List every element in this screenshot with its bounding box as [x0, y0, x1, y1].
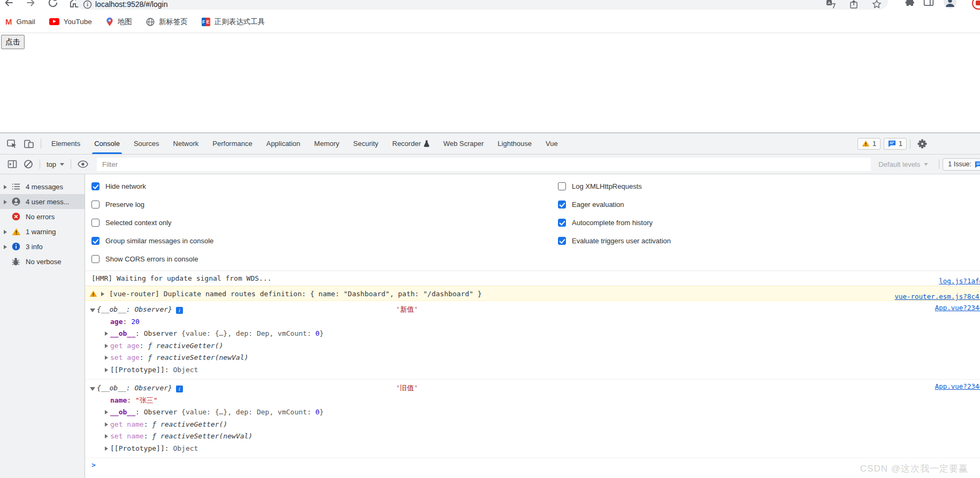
bookmarks-bar: M Gmail YouTube 地图 新标签页 FE 正则表达式工具 — [0, 11, 980, 33]
tab-recorder[interactable]: Recorder — [385, 133, 436, 154]
error-icon — [12, 212, 21, 221]
bookmark-star-icon[interactable] — [872, 0, 882, 9]
collapse-arrow-icon[interactable] — [90, 387, 95, 391]
expand-arrow-icon[interactable] — [105, 368, 108, 372]
warnings-badge[interactable]: 1 — [858, 138, 881, 150]
filter-input[interactable] — [97, 158, 871, 171]
warning-icon — [12, 228, 21, 236]
setting-show-cors-errors[interactable]: Show CORS errors in console — [91, 250, 213, 268]
log-levels-selector[interactable]: Default levels — [871, 160, 936, 168]
sidebar-item-user-messages[interactable]: 4 user mess... — [0, 194, 85, 209]
url-text[interactable]: localhost:9528/#/login — [95, 0, 167, 9]
browser-menu-update-icon[interactable] — [972, 0, 980, 10]
bookmark-newtab[interactable]: 新标签页 — [146, 17, 188, 27]
checkbox[interactable] — [558, 201, 566, 209]
forward-icon[interactable] — [25, 0, 36, 9]
side-panel-icon[interactable] — [923, 0, 934, 6]
tab-network[interactable]: Network — [166, 133, 206, 154]
getter-row: get name: ƒ reactiveGetter() — [85, 419, 980, 431]
separator — [41, 139, 41, 149]
sidebar-item-warnings[interactable]: 1 warning — [0, 224, 85, 239]
checkbox[interactable] — [91, 237, 99, 245]
share-icon[interactable] — [849, 0, 859, 9]
expand-arrow-icon[interactable] — [105, 356, 108, 360]
expand-arrow-icon[interactable] — [105, 422, 108, 427]
setting-preserve-log[interactable]: Preserve log — [91, 195, 213, 213]
click-button[interactable]: 点击 — [1, 35, 25, 49]
inspect-element-icon[interactable] — [3, 138, 20, 149]
address-bar[interactable]: localhost:9528/#/login A — [76, 0, 888, 10]
collapse-arrow-icon[interactable] — [90, 309, 95, 312]
bookmark-youtube[interactable]: YouTube — [49, 18, 92, 26]
back-icon[interactable] — [3, 0, 15, 9]
site-info-icon[interactable] — [83, 0, 92, 9]
setting-autocomplete-history[interactable]: Autocomplete from history — [558, 213, 671, 232]
issues-button[interactable]: 1 Issue: 1 — [943, 158, 980, 171]
tab-security[interactable]: Security — [346, 133, 385, 154]
page-content: 点击 — [0, 34, 980, 133]
setting-log-xmlhttprequests[interactable]: Log XMLHttpRequests — [558, 177, 671, 195]
context-selector[interactable]: top — [43, 160, 67, 168]
checkbox[interactable] — [91, 255, 99, 263]
translate-icon[interactable]: A — [826, 0, 836, 9]
tab-memory[interactable]: Memory — [307, 133, 346, 154]
setting-eager-evaluation[interactable]: Eager evaluation — [558, 195, 671, 213]
tab-sources[interactable]: Sources — [127, 133, 166, 154]
expand-arrow-icon[interactable] — [105, 434, 108, 438]
extensions-puzzle-icon[interactable] — [905, 0, 916, 7]
expand-arrow-icon[interactable] — [101, 292, 104, 296]
expand-arrow-icon[interactable] — [4, 200, 7, 204]
sidebar-item-errors[interactable]: No errors — [0, 209, 85, 224]
live-expression-eye-icon[interactable] — [74, 160, 91, 168]
devtools-settings-gear-icon[interactable] — [914, 138, 931, 149]
checkbox[interactable] — [558, 237, 566, 245]
console-sidebar: 4 messages 4 user mess... No errors 1 wa… — [0, 174, 85, 478]
console-settings-panel: Hide network Preserve log Selected conte… — [85, 174, 980, 271]
device-toolbar-icon[interactable] — [20, 138, 37, 149]
property-row: age: 20 — [85, 316, 980, 328]
setting-evaluate-triggers-activation[interactable]: Evaluate triggers user activation — [558, 232, 671, 250]
info-badge-icon: i — [176, 307, 183, 314]
setting-group-similar[interactable]: Group similar messages in console — [91, 232, 213, 250]
bookmark-gmail[interactable]: M Gmail — [5, 18, 35, 26]
expand-arrow-icon[interactable] — [105, 446, 108, 451]
console-prompt[interactable]: > — [85, 458, 980, 473]
tab-elements[interactable]: Elements — [44, 133, 87, 154]
checkbox[interactable] — [558, 219, 566, 227]
tab-lighthouse[interactable]: Lighthouse — [491, 133, 539, 154]
checkbox[interactable] — [91, 219, 99, 227]
property-row: __ob__: Observer {value: {…}, dep: Dep, … — [85, 406, 980, 419]
tab-application[interactable]: Application — [259, 133, 308, 154]
property-row: __ob__: Observer {value: {…}, dep: Dep, … — [85, 328, 980, 340]
tab-console[interactable]: Console — [87, 133, 127, 154]
expand-arrow-icon[interactable] — [4, 230, 7, 234]
expand-arrow-icon[interactable] — [105, 344, 108, 348]
bookmark-regex-tool[interactable]: FE 正则表达式工具 — [202, 17, 265, 27]
tab-performance[interactable]: Performance — [205, 133, 259, 154]
clear-console-icon[interactable] — [20, 159, 36, 169]
maps-pin-icon — [106, 17, 113, 26]
console-log: [HMR] Waiting for update signal from WDS… — [85, 271, 980, 473]
console-sidebar-toggle-icon[interactable] — [4, 159, 20, 169]
sidebar-item-info[interactable]: 3 info — [0, 239, 85, 254]
expand-arrow-icon[interactable] — [4, 245, 7, 249]
checkbox[interactable] — [91, 182, 99, 190]
tab-vue[interactable]: Vue — [539, 133, 565, 154]
issues-badge[interactable]: 1 — [884, 138, 907, 150]
checkbox[interactable] — [91, 201, 99, 209]
browser-navigation-bar: localhost:9528/#/login A — [0, 0, 980, 11]
globe-icon — [146, 18, 155, 26]
reload-icon[interactable] — [47, 0, 59, 9]
checkbox[interactable] — [558, 182, 566, 190]
setting-hide-network[interactable]: Hide network — [91, 177, 213, 195]
bookmark-maps[interactable]: 地图 — [106, 17, 132, 27]
profile-avatar[interactable] — [944, 0, 956, 9]
expand-arrow-icon[interactable] — [4, 185, 7, 189]
expand-arrow-icon[interactable] — [105, 410, 108, 414]
sidebar-item-all-messages[interactable]: 4 messages — [0, 179, 85, 194]
sidebar-item-verbose[interactable]: No verbose — [0, 254, 85, 269]
expand-arrow-icon[interactable] — [105, 331, 108, 336]
tab-web-scraper[interactable]: Web Scraper — [437, 133, 491, 154]
setting-selected-context-only[interactable]: Selected context only — [91, 213, 213, 232]
devtools-tabbar: Elements Console Sources Network Perform… — [0, 133, 980, 155]
